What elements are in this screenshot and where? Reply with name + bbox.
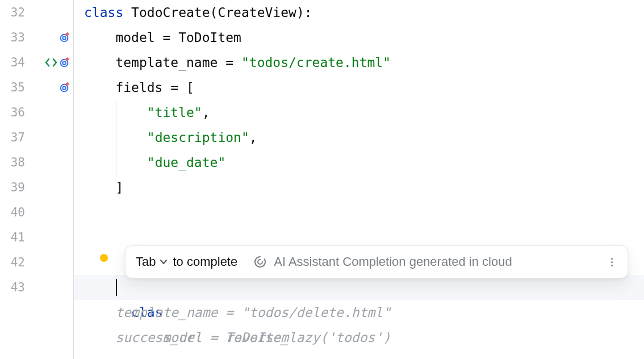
string-literal: "description" [147,130,249,145]
line-number: 38 [0,150,27,175]
tag-icon[interactable] [45,57,57,68]
code-line: "description", [84,125,644,150]
gutter-row: 34 [0,50,73,75]
code-area[interactable]: class TodoCreate(CreateView): model = To… [74,0,644,359]
code-text [84,130,147,145]
gutter: 32 33 34 35 [0,0,74,359]
code-text: TodoCreate(CreateView): [131,5,312,20]
svg-point-0 [61,35,68,42]
line-number: 34 [0,50,27,75]
override-icon[interactable] [60,57,70,68]
gutter-row: 36 [0,100,73,125]
line-number: 35 [0,75,27,100]
code-line: model = ToDoItem [84,25,644,50]
gutter-row: 33 [0,25,73,50]
code-editor: 32 33 34 35 [0,0,644,359]
gutter-row: 39 [0,175,73,200]
string-literal: "title" [147,105,202,120]
svg-point-2 [61,60,68,67]
code-line: class TodoCreate(CreateView): [84,0,644,25]
line-number: 37 [0,125,27,150]
svg-point-5 [62,86,65,89]
gutter-row: 42 [0,250,73,275]
code-line: template_name = "todos/create.html" [84,50,644,75]
line-number: 33 [0,25,27,50]
code-text: ] [84,180,123,195]
ghost-text: template_name = "todos/delete.html" [84,305,391,320]
text-cursor [116,279,117,296]
svg-point-4 [61,85,68,92]
code-text: template_name = [84,55,241,70]
code-text [84,155,147,170]
line-number: 32 [0,0,27,25]
tab-key-label[interactable]: Tab [136,254,156,269]
gutter-row: 37 [0,125,73,150]
gutter-row: 35 [0,75,73,100]
ghost-text: success_url = reverse_lazy('todos') [84,330,391,345]
line-number: 40 [0,200,27,225]
code-line: ] [84,175,644,200]
code-line: fields = [ [84,75,644,100]
keyword: class [84,5,131,20]
string-literal: "due_date" [147,155,225,170]
code-line: "title", [84,100,644,125]
line-number: 39 [0,175,27,200]
warning-dot-icon [100,254,108,262]
override-icon[interactable] [60,32,70,43]
code-text [84,105,147,120]
hint-to-complete: to complete [173,254,237,269]
line-number: 41 [0,225,27,250]
completion-hint-bar: Tab to complete AI Assistant Completion … [125,245,628,278]
string-literal: "todos/create.html" [241,55,391,70]
code-line: template_name = "todos/delete.html" [84,300,644,325]
override-icon[interactable] [60,82,70,93]
code-line [84,200,644,225]
refresh-icon [253,255,267,269]
code-line: success_url = reverse_lazy('todos') [84,325,644,350]
hint-ai-text: AI Assistant Completion generated in clo… [274,254,606,269]
gutter-row: 43 [0,275,73,300]
gutter-row: 41 [0,225,73,250]
code-text: , [202,105,210,120]
line-number: 43 [0,275,27,300]
line-number: 42 [0,250,27,275]
chevron-down-icon[interactable] [159,257,168,266]
line-number: 36 [0,100,27,125]
more-icon[interactable] [606,258,617,266]
code-text: fields = [ [84,80,194,95]
code-line: model = ToDoItem [84,275,644,300]
code-text: , [249,130,257,145]
svg-point-3 [62,61,65,64]
code-text: model = ToDoItem [84,30,241,45]
gutter-row: 40 [0,200,73,225]
gutter-row: 38 [0,150,73,175]
code-line: "due_date" [84,150,644,175]
svg-point-1 [62,36,65,39]
gutter-row: 32 [0,0,73,25]
